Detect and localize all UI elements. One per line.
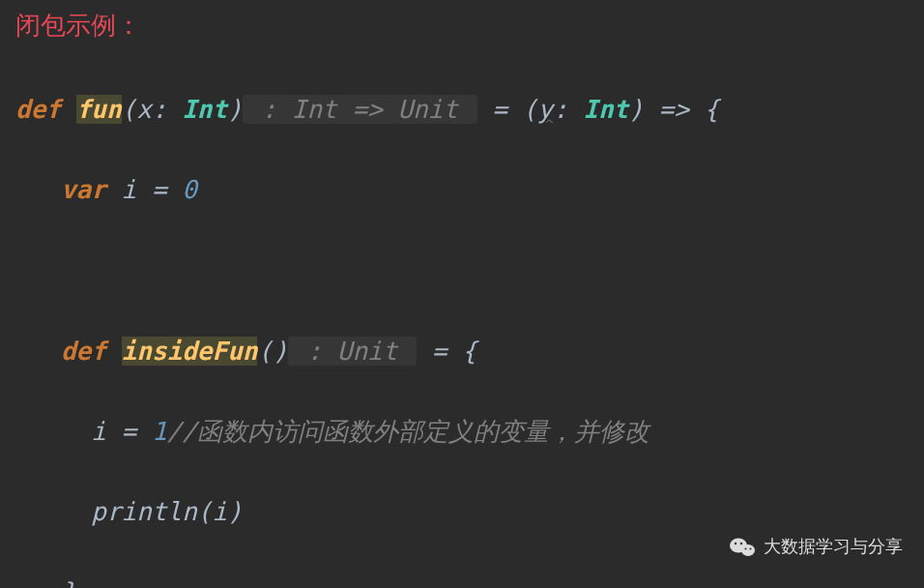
close-paren: ) [227, 95, 243, 124]
keyword-var: var [61, 175, 106, 204]
open-paren: ( [122, 95, 137, 124]
call-println1: println [91, 497, 197, 526]
close-brace1: } [61, 577, 76, 588]
code-line-3: def insideFun() : Unit = { [15, 332, 909, 372]
type-int2: Int [583, 95, 628, 124]
number-zero: 0 [182, 175, 197, 204]
comment-inner: //函数内访问函数外部定义的变量，并修改 [167, 417, 650, 446]
code-line-6: } [15, 573, 909, 588]
watermark: 大数据学习与分享 [729, 533, 903, 561]
svg-point-5 [750, 547, 752, 549]
arrow-brace: ) => { [628, 95, 719, 124]
eq-sign: = [136, 175, 182, 204]
number-one: 1 [152, 417, 167, 446]
equals-open: = ( [477, 95, 538, 124]
type-hint-return: : Int => Unit [243, 95, 477, 124]
code-line-1: def fun(x: Int) : Int => Unit = (y: Int)… [15, 90, 909, 131]
param-x: x [136, 95, 152, 124]
svg-point-1 [741, 544, 755, 556]
arg-i1: (i) [197, 497, 243, 526]
keyword-def: def [15, 95, 61, 124]
param-y: y [537, 95, 553, 124]
assign-i: i = [91, 417, 152, 446]
code-line-5: println(i) [15, 492, 909, 533]
type-int: Int [182, 95, 227, 124]
code-title: 闭包示例： [0, 0, 924, 50]
keyword-def2: def [61, 337, 106, 366]
code-line-2: var i = 0 [15, 170, 909, 211]
parens-empty: () [257, 337, 287, 366]
svg-point-4 [745, 547, 747, 549]
function-name-insidefun: insideFun [122, 337, 258, 366]
var-i: i [122, 175, 137, 204]
watermark-text: 大数据学习与分享 [764, 533, 903, 561]
svg-point-3 [740, 542, 742, 544]
svg-point-2 [735, 542, 736, 544]
type-hint-unit: : Unit [288, 337, 417, 366]
colon: : [152, 95, 182, 124]
colon2: : [553, 95, 583, 124]
wechat-icon [729, 536, 756, 559]
eq-brace: = { [417, 337, 477, 366]
code-line-blank1 [15, 251, 909, 292]
function-name-fun: fun [76, 95, 122, 124]
code-block: def fun(x: Int) : Int => Unit = (y: Int)… [0, 50, 924, 588]
code-line-4: i = 1//函数内访问函数外部定义的变量，并修改 [15, 412, 909, 453]
